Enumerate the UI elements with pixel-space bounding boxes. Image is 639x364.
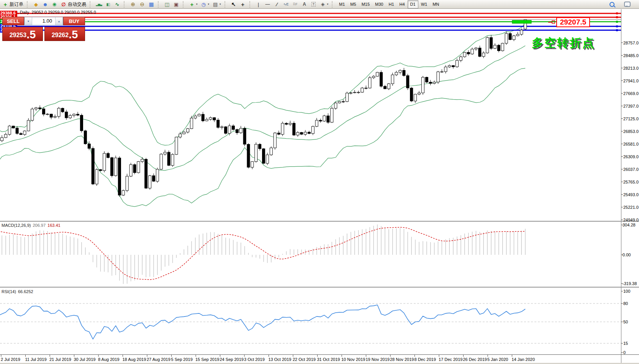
crosshair-button[interactable] [238,0,247,8]
toolbar-separator [183,1,186,8]
cursor-icon [231,1,237,7]
person-icon [42,1,48,7]
timeframe-m30-button[interactable]: M30 [372,0,386,8]
main-toolbar: 新订单自动交易▾▾▾▾M1M5M15M30H1H4D1W1MN [0,0,639,9]
timeframe-m1-button[interactable]: M1 [336,0,347,8]
toolbar-separator [27,1,30,8]
arrow-up-icon: ▲ [58,20,61,23]
hline-icon [265,1,271,7]
volume-up-button[interactable]: ▲ [55,17,63,25]
zoom-in-button[interactable] [128,0,138,8]
toolbar-separator [332,1,335,8]
vline-icon [256,1,262,7]
autotrading-icon [61,1,67,7]
candlestick-icon [105,1,111,7]
line-handle[interactable] [616,12,618,14]
timeframe-h4-button[interactable]: H4 [397,0,408,8]
timeframe-d1-button[interactable]: D1 [408,0,418,8]
template-icon [212,1,218,7]
vertical-line-button[interactable] [254,0,263,8]
toolbar-group [162,0,181,9]
volume-spinner: ▼ 1.00 ▲ [24,17,63,25]
chat-icon [624,2,631,7]
toolbar-group: ▾▾▾ [187,0,223,9]
trendline-button[interactable] [272,0,282,8]
timeframe-w1-button[interactable]: W1 [418,0,430,8]
tile-windows-button[interactable] [147,0,156,8]
arrange-windows-button[interactable] [162,0,172,8]
zoom-in-icon [130,1,136,7]
buy-price-main: 29262 [52,32,69,39]
timeframe-mn-button[interactable]: MN [430,0,442,8]
autotrading-button[interactable]: 自动交易 [59,0,88,8]
toolbar-separator [90,1,93,8]
highlight-segment[interactable] [512,20,531,23]
autotrading-button-label: 自动交易 [68,1,86,8]
shapes-button[interactable]: ▾ [318,0,330,8]
label-button[interactable] [309,0,318,8]
dropdown-arrow-icon: ▾ [208,3,210,6]
arrange-windows-icon [164,1,170,7]
signals-button[interactable] [50,0,59,8]
line-handle[interactable] [0,12,2,14]
line-chart-button[interactable] [113,0,122,8]
shapes-icon [320,1,326,7]
cascade-windows-icon [173,1,179,7]
bar-chart-icon [96,1,102,7]
sell-price-frac: .5 [26,29,36,40]
timeframe-m5-button[interactable]: M5 [347,0,359,8]
label-icon [311,1,317,7]
crosshair-icon [240,1,246,7]
horizontal-line-button[interactable] [263,0,272,8]
dropdown-arrow-icon: ▾ [220,3,221,6]
dropdown-arrow-icon: ▾ [327,3,329,6]
cursor-button[interactable] [229,0,238,8]
arrow-down-icon: ▼ [27,20,30,23]
deposit-button[interactable] [31,0,41,8]
signal-icon [51,1,57,7]
buy-price-box[interactable]: 29262 .5 [44,27,85,41]
toolbar-group: 新订单 [1,0,25,9]
timeframe-group: M1M5M15M30H1H4D1W1MN [336,0,442,9]
toolbar-right-icons [608,0,632,8]
chart-canvas[interactable] [0,0,639,364]
sell-price-main: 29253 [10,32,27,39]
bar-chart-button[interactable] [94,0,103,8]
gold-icon [33,1,39,7]
mt4-terminal: 新订单自动交易▾▾▾▾M1M5M15M30H1H4D1W1MN ▲DJ30, D… [0,0,639,364]
new-order-button[interactable]: 新订单 [1,0,25,8]
volume-down-button[interactable]: ▼ [25,17,32,25]
line-handle[interactable] [616,29,618,31]
line-handle[interactable] [616,25,618,27]
candlestick-button[interactable] [103,0,113,8]
text-button[interactable] [300,0,309,8]
grid-button[interactable] [291,0,300,8]
search-icon [610,2,614,7]
chat-button[interactable] [623,0,632,8]
timeframe-m15-button[interactable]: M15 [359,0,372,8]
periods-button[interactable]: ▾ [199,0,211,8]
line-handle[interactable] [616,16,618,18]
toolbar-separator [158,1,161,8]
templates-button[interactable]: ▾ [211,0,223,8]
volume-input[interactable]: 1.00 [32,17,55,25]
grid-icon [292,1,298,7]
toolbar-separator [124,1,127,8]
sell-price-box[interactable]: 29253 .5 [2,27,43,41]
trendline-icon [274,1,280,7]
zoom-out-button[interactable] [138,0,147,8]
cascade-windows-button[interactable] [172,0,181,8]
timeframe-h1-button[interactable]: H1 [386,0,397,8]
line-handle[interactable] [616,21,618,23]
toolbar-group: 自动交易 [31,0,88,9]
search-button[interactable] [608,0,616,8]
dropdown-arrow-icon: ▾ [196,3,198,6]
bollinger-band-line [0,23,525,146]
sell-button[interactable]: SELL [2,17,24,25]
fibonacci-button[interactable] [282,0,291,8]
new-chart-button[interactable]: ▾ [187,0,199,8]
candles-layer [1,20,527,197]
community-button[interactable] [41,0,50,8]
buy-button[interactable]: BUY [63,17,85,25]
toolbar-group: ▾ [254,0,330,9]
